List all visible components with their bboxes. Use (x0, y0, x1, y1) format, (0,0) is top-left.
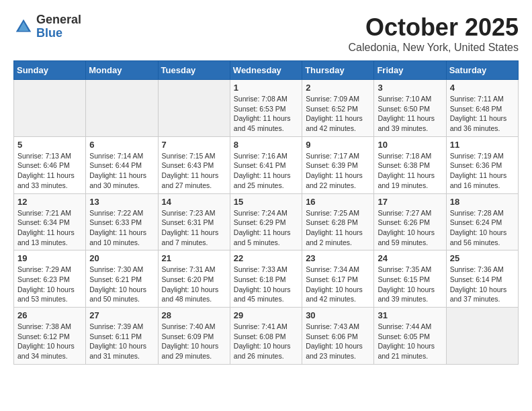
weekday-header-thursday: Thursday (302, 61, 374, 80)
day-number: 1 (234, 83, 298, 93)
day-info: Sunrise: 7:41 AM Sunset: 6:08 PM Dayligh… (234, 322, 298, 361)
day-number: 11 (450, 140, 515, 150)
weekday-header-monday: Monday (86, 61, 158, 80)
calendar-cell: 2Sunrise: 7:09 AM Sunset: 6:52 PM Daylig… (302, 80, 374, 137)
day-number: 14 (162, 197, 226, 207)
calendar-cell: 28Sunrise: 7:40 AM Sunset: 6:09 PM Dayli… (158, 308, 230, 365)
day-number: 12 (17, 197, 82, 207)
calendar-cell: 20Sunrise: 7:30 AM Sunset: 6:21 PM Dayli… (86, 250, 158, 308)
calendar-week-4: 19Sunrise: 7:29 AM Sunset: 6:23 PM Dayli… (14, 250, 519, 308)
day-number: 28 (162, 310, 226, 320)
calendar-cell: 25Sunrise: 7:36 AM Sunset: 6:14 PM Dayli… (446, 250, 518, 308)
day-info: Sunrise: 7:15 AM Sunset: 6:43 PM Dayligh… (162, 151, 226, 191)
day-info: Sunrise: 7:34 AM Sunset: 6:17 PM Dayligh… (306, 265, 370, 304)
day-info: Sunrise: 7:25 AM Sunset: 6:28 PM Dayligh… (306, 208, 370, 248)
calendar-cell (446, 308, 518, 365)
day-number: 20 (89, 253, 154, 263)
day-number: 6 (89, 140, 154, 150)
day-number: 13 (89, 197, 154, 207)
calendar-week-1: 1Sunrise: 7:08 AM Sunset: 6:53 PM Daylig… (14, 80, 519, 137)
calendar-cell: 15Sunrise: 7:24 AM Sunset: 6:29 PM Dayli… (230, 193, 302, 250)
calendar-cell: 5Sunrise: 7:13 AM Sunset: 6:46 PM Daylig… (14, 136, 86, 193)
day-info: Sunrise: 7:35 AM Sunset: 6:15 PM Dayligh… (378, 265, 442, 304)
day-info: Sunrise: 7:40 AM Sunset: 6:09 PM Dayligh… (162, 322, 226, 361)
day-number: 8 (234, 140, 298, 150)
day-info: Sunrise: 7:18 AM Sunset: 6:38 PM Dayligh… (378, 151, 442, 191)
day-info: Sunrise: 7:39 AM Sunset: 6:11 PM Dayligh… (89, 322, 154, 361)
day-info: Sunrise: 7:44 AM Sunset: 6:05 PM Dayligh… (378, 322, 442, 361)
weekday-header-sunday: Sunday (14, 61, 86, 80)
calendar-cell: 29Sunrise: 7:41 AM Sunset: 6:08 PM Dayli… (230, 308, 302, 365)
calendar-cell: 9Sunrise: 7:17 AM Sunset: 6:39 PM Daylig… (302, 136, 374, 193)
calendar-cell: 10Sunrise: 7:18 AM Sunset: 6:38 PM Dayli… (374, 136, 446, 193)
day-number: 19 (17, 253, 82, 263)
calendar-cell: 14Sunrise: 7:23 AM Sunset: 6:31 PM Dayli… (158, 193, 230, 250)
day-info: Sunrise: 7:27 AM Sunset: 6:26 PM Dayligh… (378, 208, 442, 248)
day-number: 25 (450, 253, 515, 263)
calendar-cell: 24Sunrise: 7:35 AM Sunset: 6:15 PM Dayli… (374, 250, 446, 308)
page-header: General Blue October 2025 Caledonia, New… (13, 13, 519, 54)
calendar-week-3: 12Sunrise: 7:21 AM Sunset: 6:34 PM Dayli… (14, 193, 519, 250)
calendar-cell (86, 80, 158, 137)
calendar-cell: 31Sunrise: 7:44 AM Sunset: 6:05 PM Dayli… (374, 308, 446, 365)
calendar-cell: 3Sunrise: 7:10 AM Sunset: 6:50 PM Daylig… (374, 80, 446, 137)
day-number: 30 (306, 310, 370, 320)
day-number: 21 (162, 253, 226, 263)
weekday-header-tuesday: Tuesday (158, 61, 230, 80)
weekday-header-row: SundayMondayTuesdayWednesdayThursdayFrid… (14, 61, 519, 80)
calendar-cell: 27Sunrise: 7:39 AM Sunset: 6:11 PM Dayli… (86, 308, 158, 365)
day-info: Sunrise: 7:09 AM Sunset: 6:52 PM Dayligh… (306, 94, 370, 134)
day-number: 22 (234, 253, 298, 263)
day-info: Sunrise: 7:10 AM Sunset: 6:50 PM Dayligh… (378, 94, 442, 134)
day-info: Sunrise: 7:31 AM Sunset: 6:20 PM Dayligh… (162, 265, 226, 304)
calendar-cell: 7Sunrise: 7:15 AM Sunset: 6:43 PM Daylig… (158, 136, 230, 193)
day-number: 10 (378, 140, 442, 150)
calendar-cell: 18Sunrise: 7:28 AM Sunset: 6:24 PM Dayli… (446, 193, 518, 250)
calendar-cell: 6Sunrise: 7:14 AM Sunset: 6:44 PM Daylig… (86, 136, 158, 193)
day-info: Sunrise: 7:29 AM Sunset: 6:23 PM Dayligh… (17, 265, 82, 304)
weekday-header-wednesday: Wednesday (230, 61, 302, 80)
logo-blue-text: Blue (36, 27, 81, 40)
calendar-table: SundayMondayTuesdayWednesdayThursdayFrid… (13, 60, 519, 365)
day-number: 26 (17, 310, 82, 320)
calendar-cell: 1Sunrise: 7:08 AM Sunset: 6:53 PM Daylig… (230, 80, 302, 137)
day-number: 24 (378, 253, 442, 263)
calendar-cell: 30Sunrise: 7:43 AM Sunset: 6:06 PM Dayli… (302, 308, 374, 365)
day-info: Sunrise: 7:30 AM Sunset: 6:21 PM Dayligh… (89, 265, 154, 304)
logo-general-text: General (36, 13, 81, 27)
calendar-cell: 13Sunrise: 7:22 AM Sunset: 6:33 PM Dayli… (86, 193, 158, 250)
day-info: Sunrise: 7:19 AM Sunset: 6:36 PM Dayligh… (450, 151, 515, 191)
day-info: Sunrise: 7:16 AM Sunset: 6:41 PM Dayligh… (234, 151, 298, 191)
day-number: 2 (306, 83, 370, 93)
day-number: 9 (306, 140, 370, 150)
calendar-cell: 4Sunrise: 7:11 AM Sunset: 6:48 PM Daylig… (446, 80, 518, 137)
day-info: Sunrise: 7:24 AM Sunset: 6:29 PM Dayligh… (234, 208, 298, 248)
day-info: Sunrise: 7:22 AM Sunset: 6:33 PM Dayligh… (89, 208, 154, 248)
day-number: 17 (378, 197, 442, 207)
day-info: Sunrise: 7:13 AM Sunset: 6:46 PM Dayligh… (17, 151, 82, 191)
day-info: Sunrise: 7:17 AM Sunset: 6:39 PM Dayligh… (306, 151, 370, 191)
calendar-cell: 21Sunrise: 7:31 AM Sunset: 6:20 PM Dayli… (158, 250, 230, 308)
day-number: 18 (450, 197, 515, 207)
day-info: Sunrise: 7:21 AM Sunset: 6:34 PM Dayligh… (17, 208, 82, 248)
day-number: 27 (89, 310, 154, 320)
day-info: Sunrise: 7:28 AM Sunset: 6:24 PM Dayligh… (450, 208, 515, 248)
calendar-week-2: 5Sunrise: 7:13 AM Sunset: 6:46 PM Daylig… (14, 136, 519, 193)
calendar-cell: 12Sunrise: 7:21 AM Sunset: 6:34 PM Dayli… (14, 193, 86, 250)
day-number: 31 (378, 310, 442, 320)
month-title: October 2025 (349, 13, 519, 42)
day-info: Sunrise: 7:43 AM Sunset: 6:06 PM Dayligh… (306, 322, 370, 361)
calendar-cell (158, 80, 230, 137)
calendar-cell: 11Sunrise: 7:19 AM Sunset: 6:36 PM Dayli… (446, 136, 518, 193)
location-text: Caledonia, New York, United States (349, 42, 519, 54)
day-number: 29 (234, 310, 298, 320)
day-info: Sunrise: 7:36 AM Sunset: 6:14 PM Dayligh… (450, 265, 515, 304)
calendar-cell: 19Sunrise: 7:29 AM Sunset: 6:23 PM Dayli… (14, 250, 86, 308)
weekday-header-friday: Friday (374, 61, 446, 80)
day-info: Sunrise: 7:08 AM Sunset: 6:53 PM Dayligh… (234, 94, 298, 134)
day-info: Sunrise: 7:11 AM Sunset: 6:48 PM Dayligh… (450, 94, 515, 134)
day-number: 15 (234, 197, 298, 207)
calendar-cell (14, 80, 86, 137)
day-number: 16 (306, 197, 370, 207)
logo-icon (13, 17, 34, 37)
